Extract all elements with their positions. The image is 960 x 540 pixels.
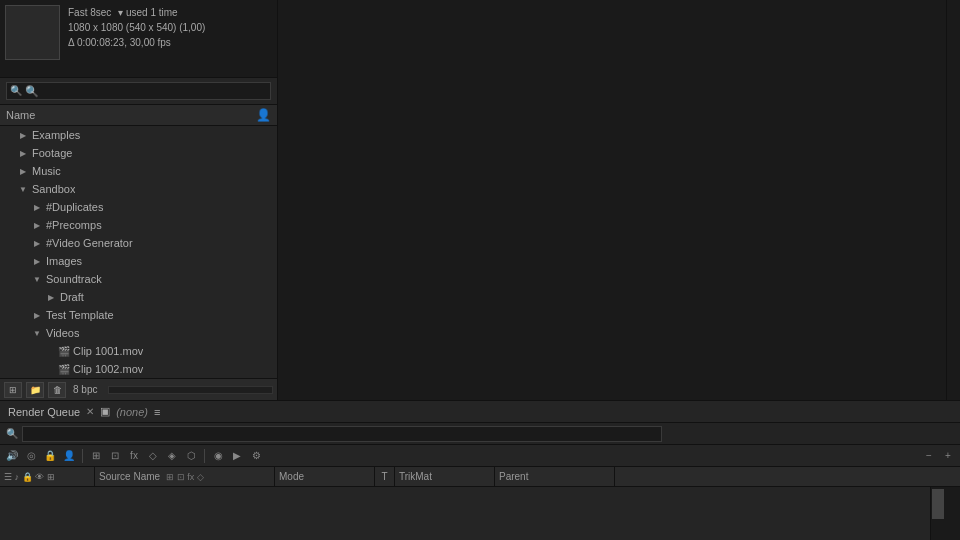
tl-header-icon-row: ☰ ♪ 🔒 👁 ⊞ bbox=[4, 472, 55, 482]
tree-item-duplicates[interactable]: #Duplicates bbox=[0, 198, 277, 216]
toggle-images[interactable] bbox=[30, 254, 44, 268]
preview-used: ▾ used 1 time bbox=[118, 7, 177, 18]
search-input[interactable] bbox=[6, 82, 271, 100]
duplicates-label: #Duplicates bbox=[46, 201, 103, 213]
testtemplate-label: Test Template bbox=[46, 309, 114, 321]
toggle-duplicates[interactable] bbox=[30, 200, 44, 214]
tl-path-btn[interactable]: ◇ bbox=[145, 448, 161, 464]
tree-item-examples[interactable]: Examples bbox=[0, 126, 277, 144]
render-queue-menu-btn[interactable]: ≡ bbox=[154, 406, 160, 418]
timeline-search-bar: 🔍 bbox=[0, 423, 960, 445]
person-icon[interactable]: 👤 bbox=[256, 108, 271, 122]
bottom-area: Render Queue ✕ ▣ (none) ≡ 🔍 🔊 ◎ 🔒 👤 ⊞ ⊡ … bbox=[0, 400, 960, 540]
folder-btn[interactable]: 📁 bbox=[26, 382, 44, 398]
timeline-header: ☰ ♪ 🔒 👁 ⊞ Source Name ⊞ ⊡ fx ◇ Mode T Tr… bbox=[0, 467, 960, 487]
draft-label: Draft bbox=[60, 291, 84, 303]
preview-title-text: Fast 8sec bbox=[68, 7, 111, 18]
tl-header-trikmat: TrikMat bbox=[395, 467, 495, 486]
examples-label: Examples bbox=[32, 129, 80, 141]
videos-label: Videos bbox=[46, 327, 79, 339]
horizontal-scrollbar[interactable] bbox=[108, 386, 273, 394]
tl-comp-btn[interactable]: ◉ bbox=[210, 448, 226, 464]
preview-info: Fast 8sec ▾ used 1 time 1080 x 1080 (540… bbox=[68, 5, 272, 50]
tl-audio-btn[interactable]: 🔊 bbox=[4, 448, 20, 464]
timeline-scrollbar-v[interactable] bbox=[930, 487, 944, 540]
preview-dimensions: 1080 x 1080 (540 x 540) (1,00) bbox=[68, 20, 272, 35]
tl-header-source: Source Name ⊞ ⊡ fx ◇ bbox=[95, 467, 275, 486]
new-item-btn[interactable]: ⊞ bbox=[4, 382, 22, 398]
tree-item-soundtrack[interactable]: Soundtrack bbox=[0, 270, 277, 288]
tl-render-btn[interactable]: ▶ bbox=[229, 448, 245, 464]
tl-header-t: T bbox=[375, 467, 395, 486]
tree-item-images[interactable]: Images bbox=[0, 252, 277, 270]
tl-motion-btn[interactable]: ⊡ bbox=[107, 448, 123, 464]
tree-item-videogen[interactable]: #Video Generator bbox=[0, 234, 277, 252]
toggle-footage[interactable] bbox=[16, 146, 30, 160]
tree-item-clip1001[interactable]: 🎬 Clip 1001.mov bbox=[0, 342, 277, 360]
tree-item-videos[interactable]: Videos bbox=[0, 324, 277, 342]
tl-adj-btn[interactable]: ◈ bbox=[164, 448, 180, 464]
tree-item-draft[interactable]: Draft bbox=[0, 288, 277, 306]
name-column-header: Name bbox=[6, 109, 35, 121]
file-icon-clip1001: 🎬 bbox=[58, 346, 70, 357]
footage-label: Footage bbox=[32, 147, 72, 159]
toggle-testtemplate[interactable] bbox=[30, 308, 44, 322]
toggle-music[interactable] bbox=[16, 164, 30, 178]
preview-thumbnail bbox=[5, 5, 60, 60]
tl-shy-btn[interactable]: 👤 bbox=[61, 448, 77, 464]
timeline-track-area bbox=[944, 487, 960, 540]
tl-zoom-in-btn[interactable]: + bbox=[940, 448, 956, 464]
parent-header: Parent bbox=[499, 471, 528, 482]
timeline-content bbox=[0, 487, 960, 540]
toggle-videos[interactable] bbox=[30, 326, 44, 340]
timeline-search-input[interactable] bbox=[22, 426, 662, 442]
tree-item-precomps[interactable]: #Precomps bbox=[0, 216, 277, 234]
source-name-header: Source Name bbox=[99, 471, 160, 482]
videogen-label: #Video Generator bbox=[46, 237, 133, 249]
file-header: Name 👤 bbox=[0, 105, 277, 126]
tl-sep1 bbox=[82, 449, 83, 463]
preview-duration: Δ 0:00:08:23, 30,00 fps bbox=[68, 35, 272, 50]
music-label: Music bbox=[32, 165, 61, 177]
tree-item-sandbox[interactable]: Sandbox bbox=[0, 180, 277, 198]
tree-item-music[interactable]: Music bbox=[0, 162, 277, 180]
images-label: Images bbox=[46, 255, 82, 267]
mode-header: Mode bbox=[279, 471, 304, 482]
toggle-draft[interactable] bbox=[44, 290, 58, 304]
scrollbar-thumb[interactable] bbox=[932, 489, 944, 519]
trikmat-header: TrikMat bbox=[399, 471, 432, 482]
clip1001-label: Clip 1001.mov bbox=[73, 345, 143, 357]
render-queue-label: Render Queue bbox=[8, 406, 80, 418]
delete-btn[interactable]: 🗑 bbox=[48, 382, 66, 398]
sandbox-label: Sandbox bbox=[32, 183, 75, 195]
soundtrack-label: Soundtrack bbox=[46, 273, 102, 285]
toggle-videogen[interactable] bbox=[30, 236, 44, 250]
preview-area: Fast 8sec ▾ used 1 time 1080 x 1080 (540… bbox=[0, 0, 277, 78]
canvas-scrollbar[interactable] bbox=[946, 0, 960, 400]
toggle-sandbox[interactable] bbox=[16, 182, 30, 196]
toggle-soundtrack[interactable] bbox=[30, 272, 44, 286]
tl-sep2 bbox=[204, 449, 205, 463]
main-canvas bbox=[278, 0, 946, 400]
tl-grid-btn[interactable]: ⊞ bbox=[88, 448, 104, 464]
tree-item-testtemplate[interactable]: Test Template bbox=[0, 306, 277, 324]
tl-settings-btn[interactable]: ⚙ bbox=[248, 448, 264, 464]
tl-fx-btn[interactable]: fx bbox=[126, 448, 142, 464]
tl-header-parent: Parent bbox=[495, 467, 615, 486]
tl-lock-btn[interactable]: 🔒 bbox=[42, 448, 58, 464]
search-bar: 🔍 bbox=[0, 78, 277, 105]
tl-zoom-out-btn[interactable]: − bbox=[921, 448, 937, 464]
tl-3d-btn[interactable]: ⬡ bbox=[183, 448, 199, 464]
tl-header-icons: ☰ ♪ 🔒 👁 ⊞ bbox=[0, 467, 95, 486]
timeline-toolbar: 🔊 ◎ 🔒 👤 ⊞ ⊡ fx ◇ ◈ ⬡ ◉ ▶ ⚙ − + bbox=[0, 445, 960, 467]
render-queue-close-btn[interactable]: ✕ bbox=[86, 406, 94, 417]
timeline-search-icon: 🔍 bbox=[6, 428, 18, 439]
precomps-label: #Precomps bbox=[46, 219, 102, 231]
tl-solo-btn[interactable]: ◎ bbox=[23, 448, 39, 464]
tree-item-footage[interactable]: Footage bbox=[0, 144, 277, 162]
tree-item-clip1002[interactable]: 🎬 Clip 1002.mov bbox=[0, 360, 277, 378]
toggle-examples[interactable] bbox=[16, 128, 30, 142]
file-icon-clip1002: 🎬 bbox=[58, 364, 70, 375]
toggle-precomps[interactable] bbox=[30, 218, 44, 232]
render-queue-bar: Render Queue ✕ ▣ (none) ≡ bbox=[0, 401, 960, 423]
